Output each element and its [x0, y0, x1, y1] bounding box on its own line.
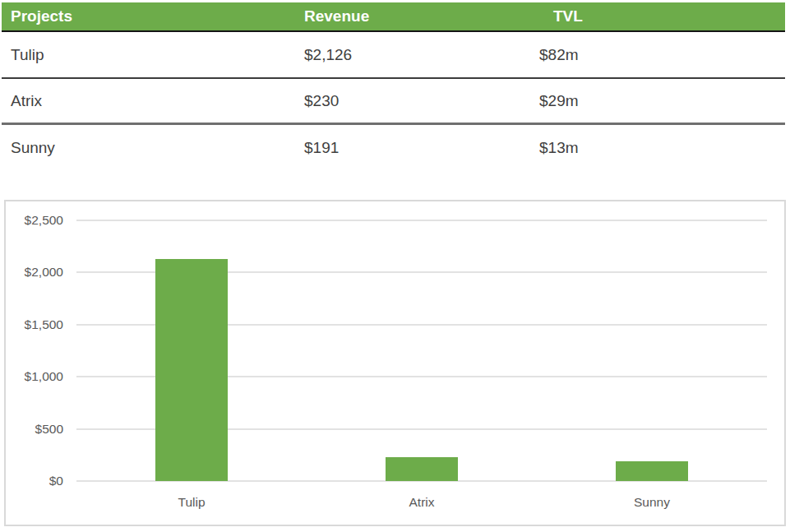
y-axis-tick-label: $1,500 [6, 317, 63, 333]
y-axis-tick-label: $2,000 [6, 264, 63, 280]
tvl-cell: $29m [526, 92, 785, 110]
y-axis-tick-label: $2,500 [6, 212, 63, 229]
tvl-cell: $82m [526, 46, 785, 64]
tvl-cell: $13m [526, 139, 785, 157]
column-header-projects: Projects [2, 7, 292, 25]
projects-table: Projects Revenue TVL Tulip $2,126 $82m A… [2, 2, 785, 170]
gridline [76, 220, 767, 221]
bar-sunny [616, 461, 688, 481]
project-name-cell: Atrix [2, 92, 292, 110]
revenue-bar-chart: $0$500$1,000$1,500$2,000$2,500TulipAtrix… [4, 200, 786, 526]
y-axis-tick-label: $1,000 [6, 368, 63, 385]
revenue-cell: $230 [292, 92, 526, 110]
revenue-cell: $2,126 [292, 46, 526, 64]
column-header-tvl: TVL [526, 7, 785, 25]
x-axis-category-label: Sunny [594, 494, 709, 511]
column-header-revenue: Revenue [292, 7, 526, 25]
table-row: Sunny $191 $13m [2, 125, 785, 170]
y-axis-tick-label: $500 [6, 421, 63, 437]
revenue-cell: $191 [292, 139, 526, 157]
table-row: Tulip $2,126 $82m [2, 32, 785, 79]
project-name-cell: Sunny [2, 139, 292, 157]
x-axis-category-label: Atrix [364, 494, 479, 511]
x-axis-category-label: Tulip [134, 494, 249, 511]
table-row: Atrix $230 $29m [2, 79, 785, 125]
table-header-row: Projects Revenue TVL [2, 2, 785, 32]
project-name-cell: Tulip [2, 46, 292, 64]
bar-atrix [386, 457, 458, 481]
y-axis-tick-label: $0 [6, 473, 63, 489]
bar-tulip [155, 259, 228, 481]
